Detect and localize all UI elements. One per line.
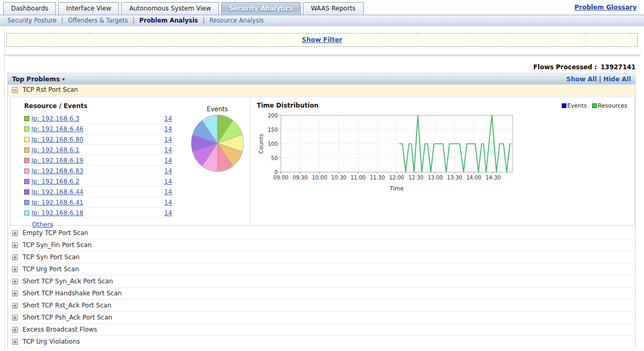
problem-row-short-tcp-psh-ack-port-scan[interactable]: +Short TCP Psh_Ack Port Scan [8, 312, 635, 324]
subnav-item-security-posture[interactable]: Security Posture [7, 17, 57, 24]
svg-text:0: 0 [275, 169, 278, 175]
problem-row-label: TCP Syn_Fin Port Scan [23, 241, 92, 249]
problem-row-tcp-urg-port-scan[interactable]: +TCP Urg Port Scan [8, 263, 635, 275]
expand-icon[interactable]: + [12, 315, 18, 321]
legend-item-resources: Resources [592, 102, 627, 109]
svg-text:100: 100 [268, 141, 278, 147]
flows-processed: Flows Processed : 13927141 [0, 63, 636, 71]
problem-row-label: Empty TCP Port Scan [23, 229, 88, 237]
expand-icon[interactable]: + [12, 327, 18, 333]
resource-ip-link[interactable]: Ip: 192.168.6.83 [31, 167, 83, 175]
problem-row-excess-broadcast-flows[interactable]: +Excess Broadcast Flows [8, 324, 635, 336]
pie-chart-title: Events [185, 105, 250, 113]
tab-autonomous-system-view[interactable]: Autonomous System View [121, 2, 219, 15]
resource-row: Ip: 192.168.6.1814 [24, 208, 173, 218]
svg-text:11:00: 11:00 [351, 175, 366, 180]
expand-icon[interactable]: + [12, 242, 18, 248]
resource-count-link[interactable]: 14 [164, 199, 172, 206]
svg-text:12:30: 12:30 [408, 175, 423, 180]
filter-strip: Show Filter [6, 33, 638, 47]
page-left-border [4, 6, 5, 351]
problem-row-tcp-syn-port-scan[interactable]: +TCP Syn Port Scan [8, 251, 635, 263]
svg-text:09:00: 09:00 [274, 175, 289, 180]
resource-row: Ip: 192.168.6.214 [24, 176, 173, 187]
flows-processed-value: 13927141 [601, 63, 636, 71]
expand-icon[interactable]: + [12, 291, 18, 296]
problem-row-short-tcp-handshake-port-scan[interactable]: +Short TCP Handshake Port Scan [8, 288, 635, 300]
time-chart-header: Time Distribution EventsResources [257, 102, 627, 109]
problem-row-label: TCP Rst Port Scan [23, 86, 78, 93]
collapse-icon[interactable]: − [12, 87, 18, 93]
problem-row-label: Short TCP Syn_Ack Port Scan [23, 278, 113, 285]
expand-icon[interactable]: + [12, 339, 18, 345]
problem-row-short-tcp-rst-ack-port-scan[interactable]: +Short TCP Rst_Ack Port Scan [8, 300, 635, 312]
tab-dashboards[interactable]: Dashboards [3, 2, 56, 15]
subnav-item-resource-analysis[interactable]: Resource Analysis [210, 17, 264, 24]
hide-all-link[interactable]: Hide All [603, 76, 631, 83]
resource-color-swatch [24, 126, 29, 132]
collapse-arrow-icon[interactable]: ▾ [62, 77, 65, 82]
svg-text:11:30: 11:30 [370, 175, 385, 180]
problem-row-short-tcp-syn-ack-port-scan[interactable]: +Short TCP Syn_Ack Port Scan [8, 275, 635, 288]
problem-row-label: Short TCP Psh_Ack Port Scan [23, 314, 112, 321]
resource-ip-link[interactable]: Ip: 192.168.6.1 [31, 146, 80, 154]
subnav-item-problem-analysis[interactable]: Problem Analysis [139, 17, 198, 24]
problem-row-tcp-rst-port-scan[interactable]: − TCP Rst Port Scan [8, 84, 635, 95]
resource-ip-link[interactable]: Ip: 192.168.6.44 [31, 188, 83, 196]
expand-icon[interactable]: + [12, 279, 18, 284]
resource-ip-link[interactable]: Ip: 192.168.6.3 [31, 115, 80, 122]
resource-count-link[interactable]: 14 [164, 178, 172, 185]
resource-count-link[interactable]: 14 [164, 115, 172, 122]
show-all-link[interactable]: Show All [566, 76, 597, 83]
subnav-separator: | [61, 17, 63, 24]
problem-row-tcp-urg-violations[interactable]: +TCP Urg Violations [8, 336, 635, 348]
problem-row-label: TCP Urg Violations [23, 338, 80, 345]
resource-ip-link[interactable]: Ip: 192.168.6.46 [31, 125, 83, 133]
problem-glossary-link[interactable]: Problem Glossary [574, 4, 637, 11]
resource-row: Ip: 192.168.6.4114 [24, 197, 173, 208]
legend-item-events: Events [562, 102, 587, 109]
resource-count-link[interactable]: 14 [164, 125, 172, 133]
resource-count-link[interactable]: 14 [164, 167, 172, 175]
resource-ip-link[interactable]: Ip: 192.168.6.18 [31, 209, 83, 217]
resource-count-link[interactable]: 14 [164, 146, 172, 154]
expand-icon[interactable]: + [12, 230, 18, 236]
chart-legend: EventsResources [556, 102, 627, 109]
resource-ip-link[interactable]: Ip: 192.168.6.19 [31, 157, 83, 164]
problem-row-tcp-syn-fin-port-scan[interactable]: +TCP Syn_Fin Port Scan [8, 239, 635, 251]
legend-label: Resources [598, 102, 627, 109]
events-legend-swatch [562, 103, 566, 108]
resource-ip-link[interactable]: Ip: 192.168.6.2 [31, 178, 80, 185]
expand-icon[interactable]: + [12, 303, 18, 309]
top-problems-header: Top Problems ▾ Show All|Hide All [8, 73, 635, 84]
resource-color-swatch [24, 137, 29, 142]
tab-interface-view[interactable]: Interface View [58, 2, 119, 15]
tab-security-analytics[interactable]: Security Analytics [221, 2, 301, 15]
resource-row: Ip: 192.168.6.1914 [24, 155, 173, 166]
tab-waas-reports[interactable]: WAAS Reports [303, 2, 363, 15]
resource-count-link[interactable]: 14 [164, 157, 172, 164]
resource-ip-link[interactable]: Ip: 192.168.6.41 [31, 199, 83, 206]
problem-row-label: Short TCP Handshake Port Scan [23, 290, 122, 297]
show-filter-link[interactable]: Show Filter [302, 36, 342, 44]
resource-list: Resource / Events Ip: 192.168.6.314Ip: 1… [24, 101, 173, 225]
subnav-item-offenders-targets[interactable]: Offenders & Targets [68, 17, 128, 24]
resource-color-swatch [24, 200, 29, 205]
resource-row: Ip: 192.168.6.8314 [24, 166, 173, 176]
links-separator: | [599, 76, 601, 83]
resource-ip-link[interactable]: Ip: 192.168.6.80 [31, 136, 83, 143]
problem-row-empty-tcp-port-scan[interactable]: +Empty TCP Port Scan [8, 227, 635, 239]
resource-color-swatch [24, 210, 29, 216]
panel-links: Show All|Hide All [566, 76, 631, 83]
svg-text:Time: Time [389, 185, 404, 192]
top-problems-panel: Top Problems ▾ Show All|Hide All − TCP R… [7, 73, 636, 348]
expand-icon[interactable]: + [12, 254, 18, 260]
resource-count-link[interactable]: 14 [164, 136, 172, 143]
resource-count-link[interactable]: 14 [164, 209, 172, 217]
resource-row: Ip: 192.168.6.114 [24, 145, 173, 155]
others-link[interactable]: Others [32, 221, 53, 228]
resource-count-link[interactable]: 14 [164, 188, 172, 196]
resource-events-pane: Resource / Events Ip: 192.168.6.314Ip: 1… [10, 97, 250, 225]
problem-row-label: TCP Urg Port Scan [23, 265, 79, 273]
expand-icon[interactable]: + [12, 267, 18, 272]
